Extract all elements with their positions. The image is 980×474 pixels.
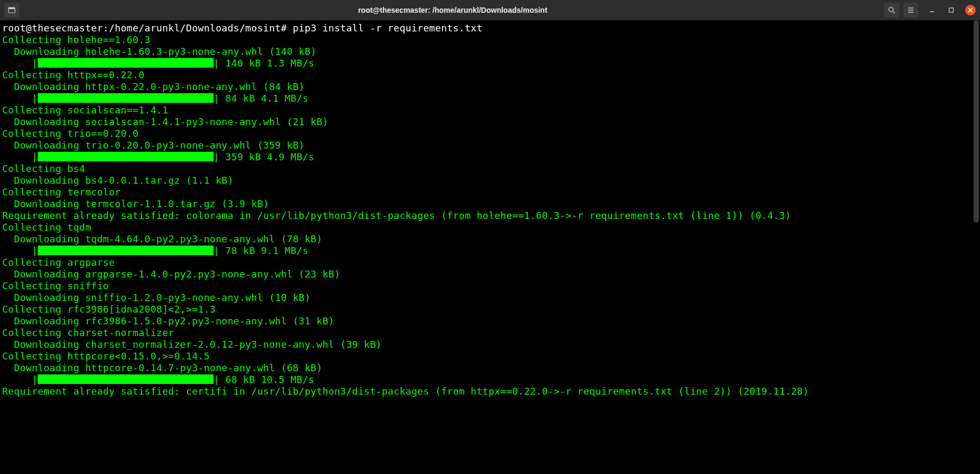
svg-point-2	[889, 7, 893, 12]
progress-suffix: | 359 kB 4.9 MB/s	[214, 151, 314, 162]
output-line: Downloading charset_normalizer-2.0.12-py…	[2, 339, 978, 350]
output-line: || 140 kB 1.3 MB/s	[2, 58, 978, 69]
output-line: Collecting bs4	[2, 163, 978, 175]
output-line: Downloading httpcore-0.14.7-py3-none-any…	[2, 362, 978, 374]
progress-suffix: | 78 kB 9.1 MB/s	[214, 245, 308, 256]
progress-suffix: | 84 kB 4.1 MB/s	[214, 93, 308, 104]
output-line: Collecting tqdm	[2, 222, 978, 233]
progress-suffix: | 68 kB 10.5 MB/s	[214, 374, 314, 385]
progress-bar	[38, 246, 214, 255]
maximize-icon	[948, 7, 954, 13]
output-line: Downloading httpx-0.22.0-py3-none-any.wh…	[2, 81, 978, 93]
svg-line-3	[893, 11, 895, 13]
terminal-scrollbar[interactable]	[973, 20, 980, 474]
svg-rect-8	[949, 8, 953, 12]
progress-bar	[38, 374, 214, 384]
progress-prefix: |	[2, 245, 38, 256]
progress-prefix: |	[2, 374, 38, 385]
output-line: Collecting socialscan==1.4.1	[2, 104, 978, 116]
output-line: || 78 kB 9.1 MB/s	[2, 245, 978, 257]
output-line: Collecting rfc3986[idna2008]<2,>=1.3	[2, 304, 978, 315]
minimize-button[interactable]	[927, 5, 937, 15]
progress-prefix: |	[2, 93, 38, 104]
output-line: Collecting termcolor	[2, 186, 978, 198]
output-line: Collecting httpx==0.22.0	[2, 69, 978, 81]
maximize-button[interactable]	[946, 5, 957, 15]
output-line: Collecting sniffio	[2, 280, 978, 292]
output-line: Collecting charset-normalizer	[2, 327, 978, 339]
output-line: Requirement already satisfied: certifi i…	[2, 386, 978, 397]
hamburger-icon	[907, 6, 914, 14]
output-line: Downloading trio-0.20.0-py3-none-any.whl…	[2, 140, 978, 151]
scrollbar-thumb[interactable]	[974, 20, 979, 223]
output-line: || 68 kB 10.5 MB/s	[2, 374, 978, 386]
svg-rect-1	[9, 7, 15, 9]
prompt-line: root@thesecmaster:/home/arunkl/Downloads…	[2, 22, 978, 34]
search-icon	[888, 6, 895, 14]
output-line: Downloading socialscan-1.4.1-py3-none-an…	[2, 116, 978, 128]
window-title: root@thesecmaster: /home/arunkl/Download…	[21, 6, 884, 14]
output-line: || 84 kB 4.1 MB/s	[2, 93, 978, 104]
search-button[interactable]	[884, 3, 899, 18]
output-line: Downloading rfc3986-1.5.0-py2.py3-none-a…	[2, 315, 978, 327]
output-line: Collecting httpcore<0.15.0,>=0.14.5	[2, 350, 978, 362]
output-line: Downloading argparse-1.4.0-py2.py3-none-…	[2, 268, 978, 280]
progress-prefix: |	[2, 58, 38, 69]
output-line: Collecting trio==0.20.0	[2, 128, 978, 140]
progress-bar	[38, 152, 214, 161]
output-line: Collecting argparse	[2, 257, 978, 268]
titlebar-left-controls	[4, 3, 21, 18]
new-tab-button[interactable]	[4, 3, 19, 18]
output-line: Downloading holehe-1.60.3-py3-none-any.w…	[2, 46, 978, 58]
output-line: Requirement already satisfied: colorama …	[2, 210, 978, 222]
output-line: Collecting holehe==1.60.3	[2, 34, 978, 46]
output-line: || 359 kB 4.9 MB/s	[2, 151, 978, 163]
progress-bar	[38, 58, 214, 68]
prompt-userhost: root@thesecmaster:/home/arunkl/Downloads…	[2, 22, 287, 34]
terminal-icon	[7, 6, 16, 14]
command-text: pip3 install -r requirements.txt	[293, 22, 483, 34]
minimize-icon	[929, 7, 935, 13]
output-line: Downloading bs4-0.0.1.tar.gz (1.1 kB)	[2, 175, 978, 186]
progress-suffix: | 140 kB 1.3 MB/s	[214, 58, 314, 69]
close-icon	[968, 7, 973, 13]
progress-bar	[38, 93, 214, 103]
titlebar-right-controls	[884, 3, 976, 18]
output-line: Downloading termcolor-1.1.0.tar.gz (3.9 …	[2, 198, 978, 210]
output-line: Downloading sniffio-1.2.0-py3-none-any.w…	[2, 292, 978, 304]
close-button[interactable]	[965, 5, 976, 15]
hamburger-menu-button[interactable]	[903, 3, 918, 18]
terminal-output[interactable]: root@thesecmaster:/home/arunkl/Downloads…	[0, 20, 980, 399]
output-line: Downloading tqdm-4.64.0-py2.py3-none-any…	[2, 233, 978, 245]
window-titlebar: root@thesecmaster: /home/arunkl/Download…	[0, 0, 980, 20]
progress-prefix: |	[2, 151, 38, 162]
